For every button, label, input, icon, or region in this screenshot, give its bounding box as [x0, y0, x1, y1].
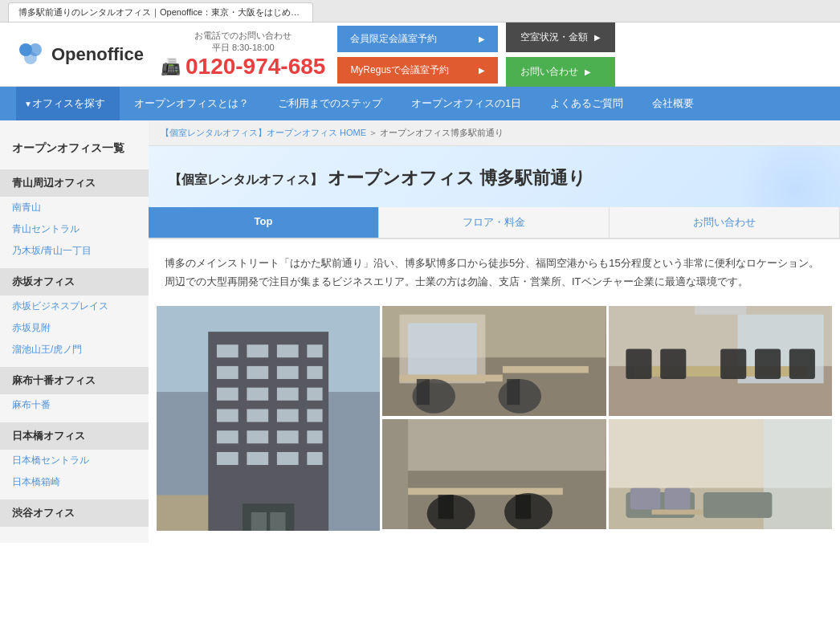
site-header: Openoffice お電話でのお問い合わせ 平日 8:30-18:00 📠 0… [0, 22, 840, 87]
svg-rect-68 [630, 488, 659, 510]
content-tabs: Top フロア・料金 お問い合わせ [149, 207, 840, 239]
svg-rect-20 [217, 366, 239, 379]
sidebar-link-akasakabp[interactable]: 赤坂ビジネスプレイス [0, 296, 149, 317]
inquiry-button[interactable]: お問い合わせ ▶ [506, 57, 615, 87]
sidebar-section-akasaka[interactable]: 赤坂オフィス [0, 268, 149, 296]
logo-text: Openoffice [51, 44, 144, 65]
svg-rect-55 [382, 471, 606, 529]
header-contact: お電話でのお問い合わせ 平日 8:30-18:00 📠 0120-974-685 [161, 30, 325, 79]
sidebar-link-aoyamacentral[interactable]: 青山セントラル [0, 218, 149, 240]
sidebar-section-shibuya[interactable]: 渋谷オフィス [0, 499, 149, 527]
nav-bar: オフィスを探す オープンオフィスとは？ ご利用までのステップ オープンオフィスの… [0, 87, 840, 120]
nav-item-oneday[interactable]: オープンオフィスの1日 [397, 87, 536, 120]
svg-rect-6 [408, 323, 477, 374]
tab-top[interactable]: Top [149, 207, 379, 238]
header-right-buttons: 空室状況・金額 ▶ お問い合わせ ▶ [506, 22, 615, 87]
svg-rect-32 [217, 430, 239, 443]
sidebar-link-nogizaka[interactable]: 乃木坂/青山一丁目 [0, 240, 149, 262]
photo-conference-room [609, 306, 832, 416]
browser-tab[interactable]: 博多駅前通りのレンタルオフィス｜Openoffice：東京・大阪をはじめ全国に5… [8, 2, 313, 22]
breadcrumb-link-home[interactable]: 【個室レンタルオフィス】オープンオフィス HOME [161, 128, 366, 137]
contact-label: お電話でのお問い合わせ [194, 30, 292, 42]
page-hero: 【個室レンタルオフィス】 オープンオフィス 博多駅前通り [149, 146, 840, 207]
svg-rect-27 [307, 387, 322, 400]
photo-office-1 [382, 306, 606, 416]
svg-rect-40 [243, 503, 294, 531]
sidebar-link-nihonbashicentral[interactable]: 日本橋セントラル [0, 450, 149, 471]
page-title-small: 【個室レンタルオフィス】 [169, 173, 323, 186]
svg-rect-69 [664, 488, 690, 510]
myregus-button[interactable]: MyRegusで会議室予約 ▶ [337, 57, 498, 84]
sidebar-section-azabu[interactable]: 麻布十番オフィス [0, 367, 149, 394]
vacancy-button[interactable]: 空室状況・金額 ▶ [506, 22, 615, 52]
arrow-right-icon: ▶ [594, 33, 601, 42]
breadcrumb-current: オープンオフィス博多駅前通り [380, 128, 504, 137]
svg-rect-24 [217, 387, 239, 400]
main-wrapper: オープンオフィス一覧 青山周辺オフィス 南青山 青山セントラル 乃木坂/青山一丁… [0, 120, 840, 543]
svg-rect-52 [755, 348, 781, 378]
arrow-right-icon: ▶ [479, 35, 485, 43]
svg-rect-34 [277, 430, 299, 443]
sidebar-section-aoyama[interactable]: 青山周辺オフィス [0, 169, 149, 197]
svg-rect-42 [270, 512, 285, 530]
sidebar-link-azabu[interactable]: 麻布十番 [0, 394, 149, 416]
svg-rect-49 [626, 348, 651, 378]
svg-rect-25 [247, 387, 268, 400]
photo-small-office [382, 419, 606, 529]
logo-icon [16, 40, 45, 69]
svg-rect-21 [247, 366, 268, 379]
photo-building-exterior [157, 306, 380, 531]
svg-rect-41 [251, 512, 267, 530]
svg-rect-7 [400, 374, 503, 381]
svg-point-2 [24, 51, 37, 64]
tab-floor-price[interactable]: フロア・料金 [379, 207, 610, 238]
reservation-button[interactable]: 会員限定会議室予約 ▶ [337, 26, 498, 52]
sidebar-link-akasakamitsuke[interactable]: 赤坂見附 [0, 317, 149, 339]
svg-rect-57 [408, 488, 563, 495]
svg-rect-64 [763, 419, 832, 529]
description-text: 博多のメインストリート「はかた駅前通り」沿い、博多駅博多口から徒歩5分、福岡空港… [149, 239, 840, 306]
sidebar-section-nihonbashi[interactable]: 日本橋オフィス [0, 422, 149, 450]
nav-item-company[interactable]: 会社概要 [638, 87, 708, 120]
nav-item-search[interactable]: オフィスを探す [16, 87, 120, 120]
svg-rect-26 [277, 387, 299, 400]
svg-rect-22 [277, 366, 299, 379]
svg-rect-18 [277, 344, 299, 357]
svg-rect-11 [417, 379, 430, 405]
svg-rect-43 [157, 495, 208, 530]
svg-rect-12 [508, 379, 520, 405]
photo-grid [149, 306, 840, 543]
arrow-right-icon: ▶ [585, 67, 591, 76]
sidebar-link-nihonbashihakozaki[interactable]: 日本橋箱崎 [0, 471, 149, 493]
contact-hours: 平日 8:30-18:00 [212, 42, 275, 54]
svg-rect-60 [438, 495, 454, 519]
nav-item-about[interactable]: オープンオフィスとは？ [120, 87, 263, 120]
svg-rect-35 [307, 430, 322, 443]
content-area: 【個室レンタルオフィス】オープンオフィス HOME ＞ オープンオフィス博多駅前… [149, 120, 840, 543]
svg-rect-37 [247, 452, 268, 465]
svg-rect-67 [651, 509, 703, 514]
page-title: 【個室レンタルオフィス】 オープンオフィス 博多駅前通り [169, 166, 820, 191]
page-title-main: オープンオフィス 博多駅前通り [328, 168, 586, 188]
svg-rect-17 [247, 344, 268, 357]
svg-rect-23 [307, 366, 322, 379]
svg-rect-39 [307, 452, 322, 465]
sidebar-link-minamiaoyama[interactable]: 南青山 [0, 197, 149, 218]
breadcrumb-separator: ＞ [369, 128, 380, 137]
sidebar-link-tameike[interactable]: 溜池山王/虎ノ門 [0, 339, 149, 361]
svg-rect-28 [217, 409, 239, 422]
tab-contact[interactable]: お問い合わせ [610, 207, 840, 238]
nav-item-steps[interactable]: ご利用までのステップ [263, 87, 397, 120]
svg-rect-30 [277, 409, 299, 422]
svg-rect-51 [720, 348, 746, 378]
svg-rect-19 [307, 344, 322, 357]
svg-rect-31 [307, 409, 322, 422]
breadcrumb: 【個室レンタルオフィス】オープンオフィス HOME ＞ オープンオフィス博多駅前… [149, 120, 840, 146]
logo-area: Openoffice [16, 40, 161, 69]
sidebar-title: オープンオフィス一覧 [0, 132, 149, 163]
svg-rect-46 [695, 306, 746, 315]
svg-rect-33 [247, 430, 268, 443]
nav-item-faq[interactable]: よくあるご質問 [536, 87, 638, 120]
svg-rect-53 [789, 348, 814, 378]
svg-rect-61 [516, 495, 531, 519]
